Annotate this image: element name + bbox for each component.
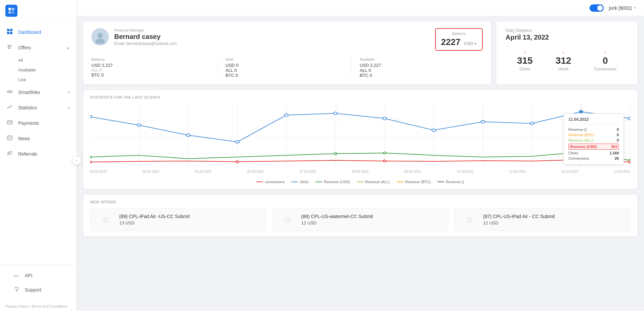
- pm-email: Email: bernardcasey@outlook.com: [114, 41, 177, 46]
- svg-point-16: [8, 152, 10, 154]
- sidebar-item-smartlinks-label: Smartlinks: [18, 90, 68, 95]
- toggle-switch[interactable]: [590, 4, 604, 12]
- theme-toggle[interactable]: [590, 4, 604, 12]
- sidebar-footer: Privacy Policy | Terms And Conditions: [0, 302, 77, 311]
- available-stat-label: Available: [360, 57, 477, 61]
- svg-rect-0: [8, 8, 11, 10]
- svg-point-18: [16, 291, 17, 292]
- balance-usd-val: USD 2,227: [91, 63, 209, 68]
- hosts-value: 312: [556, 55, 571, 66]
- svg-point-19: [97, 33, 103, 38]
- offer-card-1[interactable]: ☆ (88) CPL-US-watermel-CC Submit 12 USD: [272, 208, 449, 231]
- manager-card: Personal Manager Bernard casey Email: be…: [83, 21, 491, 85]
- offer-info-1: (88) CPL-US-watermel-CC Submit 12 USD: [301, 214, 373, 225]
- available-btc-val: BTC 0: [360, 73, 477, 78]
- pm-name: Bernard casey: [114, 33, 177, 41]
- dashboard-icon: [7, 29, 14, 36]
- sidebar-item-support[interactable]: Support: [7, 282, 70, 298]
- offers-live-item[interactable]: Live: [18, 75, 77, 85]
- chart-wrapper: 03.04.2022 04.04.2022 05.04.2022 06.04.2…: [90, 103, 631, 177]
- sidebar-bottom: <> API Support: [0, 264, 77, 302]
- statistics-chart: [90, 103, 631, 170]
- svg-rect-3: [12, 11, 14, 14]
- svg-rect-6: [7, 32, 9, 34]
- sidebar-item-offers-label: Offers: [18, 45, 66, 50]
- daily-metrics: ↓ 315 Clicks ↓ 312 Hosts ↓ 0 Conversions: [506, 49, 628, 71]
- sidebar-item-news[interactable]: News: [0, 131, 77, 146]
- legend-revenue-btc-label: Revenue (BTC): [405, 180, 431, 184]
- news-icon: [7, 135, 14, 142]
- offer-info-0: (89) CPL-iPad Air -US-CC Submit 13 USD: [119, 214, 189, 225]
- legend-revenue-btc: Revenue (BTC): [397, 180, 431, 184]
- offer-name-0: (89) CPL-iPad Air -US-CC Submit: [119, 214, 189, 219]
- smartlinks-icon: [7, 89, 14, 96]
- offer-star-0[interactable]: ☆: [97, 214, 114, 225]
- svg-point-54: [236, 161, 239, 163]
- offers-submenu: All Available Live: [0, 55, 77, 85]
- balance-stat-col: Balance USD 2,227 ALL 0 BTC 0: [91, 57, 217, 78]
- available-all-val: ALL 0: [360, 68, 477, 73]
- manager-info: Personal Manager Bernard casey Email: be…: [114, 28, 177, 46]
- sidebar-collapse-button[interactable]: ‹: [72, 156, 81, 165]
- x-label-5: 08.04.2022: [352, 170, 369, 173]
- daily-stats-card: Daily Statistics April 13, 2022 ↓ 315 Cl…: [496, 21, 637, 85]
- sidebar-item-api[interactable]: <> API: [7, 269, 70, 282]
- x-label-0: 03.04.2022: [90, 170, 107, 173]
- offer-name-2: (87) CPL-US-iPad Air - CC Submit: [483, 214, 555, 219]
- balance-all-val: ALL 0: [91, 68, 209, 72]
- api-icon: <>: [13, 273, 21, 278]
- tooltip-row-2: Revenue (ALL) 0: [568, 138, 619, 143]
- terms-link[interactable]: Terms And Conditions: [31, 304, 67, 308]
- manager-stats: Balance USD 2,227 ALL 0 BTC 0 Hold USD 0…: [91, 57, 483, 78]
- sidebar-item-payments-label: Payments: [18, 120, 70, 126]
- legend-revenue-empty-color: [437, 182, 444, 182]
- tooltip-row-1: Revenue (BTC) 0: [568, 132, 619, 138]
- sidebar-item-api-label: API: [25, 273, 63, 278]
- hold-btc-val: BTC 0: [225, 73, 343, 78]
- sidebar-item-smartlinks[interactable]: Smartlinks ▾: [0, 85, 77, 100]
- sidebar-item-referrals-label: Referrals: [18, 151, 70, 157]
- svg-point-50: [383, 152, 386, 154]
- available-stat-col: Available USD 2,227 ALL 0 BTC 0: [360, 57, 483, 78]
- sidebar-item-statistics[interactable]: Statistics ▾: [0, 100, 77, 115]
- daily-title-label: Daily Statistics: [506, 28, 628, 33]
- svg-rect-1: [12, 8, 14, 10]
- svg-point-49: [334, 153, 337, 155]
- available-usd-val: USD 2,227: [360, 63, 477, 68]
- balance-value: 2227: [441, 37, 461, 47]
- sidebar-item-dashboard[interactable]: Dashboard: [0, 24, 77, 40]
- payments-icon: [7, 119, 14, 127]
- balance-currency: USD: [464, 41, 473, 46]
- sidebar-item-payments[interactable]: Payments: [0, 115, 77, 131]
- offer-card-2[interactable]: ☆ (87) CPL-US-iPad Air - CC Submit 12 US…: [454, 208, 631, 231]
- x-label-2: 05.04.2022: [195, 170, 212, 173]
- sidebar-item-referrals[interactable]: Referrals: [0, 146, 77, 162]
- chart-legend: conversions clicks Revenue (USD) Revenue…: [90, 180, 631, 184]
- top-cards-row: Personal Manager Bernard casey Email: be…: [83, 21, 637, 85]
- offer-name-1: (88) CPL-US-watermel-CC Submit: [301, 214, 373, 219]
- privacy-policy-link[interactable]: Privacy Policy: [5, 304, 28, 308]
- balance-dropdown-icon[interactable]: ▾: [475, 42, 477, 46]
- offer-card-0[interactable]: ☆ (89) CPL-iPad Air -US-CC Submit 13 USD: [90, 208, 267, 231]
- x-label-7: 10.04.2022: [457, 170, 473, 173]
- daily-date: April 13, 2022: [506, 34, 628, 41]
- offer-star-1[interactable]: ☆: [279, 214, 296, 225]
- user-menu[interactable]: jvck (9031) ▾: [609, 5, 636, 11]
- offers-all-item[interactable]: All: [18, 55, 77, 65]
- legend-revenue-empty-label: Revenue (): [446, 180, 464, 184]
- legend-conversions-label: conversions: [265, 180, 285, 184]
- statistics-icon: [7, 104, 14, 111]
- x-label-9: 12.04.2022: [561, 170, 578, 173]
- x-label-3: 06.04.2022: [247, 170, 264, 173]
- manager-header: Personal Manager Bernard casey Email: be…: [91, 28, 483, 51]
- offer-price-2: 12 USD: [483, 220, 555, 225]
- topbar: jvck (9031) ▾: [77, 0, 644, 16]
- legend-revenue-all: Revenue (ALL): [357, 180, 390, 184]
- offer-star-2[interactable]: ☆: [461, 214, 478, 225]
- tooltip-row-4: Clicks 1,168: [568, 150, 619, 156]
- clicks-metric: ↓ 315 Clicks: [517, 49, 533, 71]
- svg-rect-5: [10, 29, 12, 31]
- sidebar-nav: Dashboard Offers ▲ All Available Live Sm…: [0, 22, 77, 264]
- sidebar-item-offers[interactable]: Offers ▲: [0, 40, 77, 55]
- offers-available-item[interactable]: Available: [18, 65, 77, 75]
